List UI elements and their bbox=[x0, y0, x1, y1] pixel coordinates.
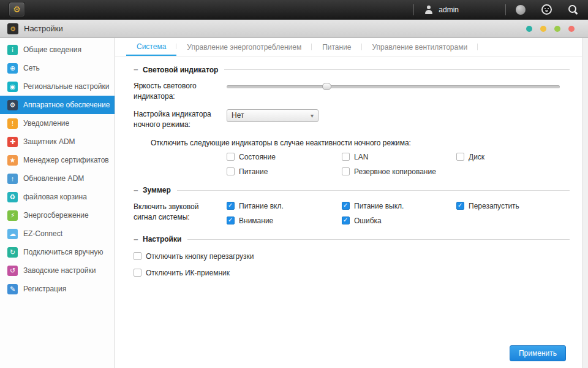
user-icon[interactable] bbox=[424, 5, 434, 15]
window-dot-yellow[interactable] bbox=[540, 26, 546, 32]
factory-reset-icon: ↺ bbox=[7, 266, 18, 276]
window-dot-green[interactable] bbox=[554, 26, 560, 32]
manual-connect-icon: ↻ bbox=[7, 247, 18, 258]
tab-content: − Световой индикатор Яркость светового и… bbox=[115, 56, 582, 368]
section-header: − Зуммер bbox=[134, 186, 570, 195]
checkbox-led-disk[interactable]: ✓ Диск bbox=[456, 153, 570, 161]
section-title: Зуммер bbox=[143, 186, 171, 194]
sidebar-item-certificates[interactable]: ★ Менеджер сертификатов bbox=[0, 151, 115, 169]
window-dot-red[interactable] bbox=[568, 26, 575, 32]
sidebar-item-notification[interactable]: ! Уведомление bbox=[0, 114, 115, 132]
sidebar-item-general[interactable]: i Общие сведения bbox=[0, 40, 115, 59]
checkbox-label: Состояние bbox=[239, 153, 276, 161]
sidebar-item-adm-defender[interactable]: ✚ Защитник ADM bbox=[0, 132, 115, 151]
section-header: − Настройки bbox=[134, 235, 570, 244]
sidebar-item-registration[interactable]: ✎ Регистрация bbox=[0, 280, 115, 298]
globe-icon: ⊕ bbox=[7, 63, 18, 74]
brightness-label: Яркость светового индикатора: bbox=[134, 81, 227, 102]
check-icon: ✓ bbox=[228, 217, 233, 223]
checkbox-buzzer-power-off[interactable]: ✓ Питание выкл. bbox=[342, 202, 456, 210]
settings-window: ⚙ Настройки i Общие сведения ⊕ Сеть ◉ Ре… bbox=[0, 20, 588, 368]
checkbox-label: LAN bbox=[354, 153, 368, 161]
sidebar-item-factory-reset[interactable]: ↺ Заводские настройки bbox=[0, 261, 115, 280]
brightness-row: Яркость светового индикатора: bbox=[134, 81, 570, 102]
sidebar-item-label: Региональные настройки bbox=[23, 82, 110, 91]
checkbox-led-power[interactable]: ✓ Питание bbox=[227, 167, 342, 176]
topbar-separator bbox=[413, 4, 414, 15]
window-dot-teal[interactable] bbox=[526, 26, 532, 32]
sidebar-item-energy[interactable]: ⚡ Энергосбережение bbox=[0, 206, 115, 224]
sidebar-item-regional[interactable]: ◉ Региональные настройки bbox=[0, 77, 115, 96]
sidebar-item-ez-connect[interactable]: ☁ EZ-Connect bbox=[0, 224, 115, 243]
night-mode-select[interactable]: Нет ▾ bbox=[227, 109, 318, 122]
checkbox-led-status[interactable]: ✓ Состояние bbox=[227, 153, 342, 161]
checkbox-label: Отключить ИК-приемник bbox=[146, 269, 230, 277]
checkbox-box: ✓ bbox=[456, 202, 464, 210]
checkbox-box: ✓ bbox=[227, 217, 235, 224]
checkbox-buzzer-power-on[interactable]: ✓ Питание вкл. bbox=[227, 202, 342, 210]
topbar-separator bbox=[505, 4, 506, 15]
tab-power[interactable]: Питание bbox=[312, 38, 361, 56]
checkbox-label: Перезапустить bbox=[469, 202, 519, 210]
brightness-slider[interactable] bbox=[227, 82, 560, 91]
slider-handle[interactable] bbox=[322, 83, 331, 90]
scrollbar[interactable] bbox=[582, 38, 588, 368]
buzzer-label: Включить звуковой сигнал системы: bbox=[134, 202, 227, 225]
sidebar-item-label: Подключиться вручную bbox=[23, 248, 104, 256]
tab-power-management[interactable]: Управление энергопотреблением bbox=[176, 38, 312, 56]
section-settings: − Настройки ✓ Отключить кнопку перезагру… bbox=[134, 235, 570, 277]
checkbox-label: Питание вкл. bbox=[239, 202, 284, 210]
check-icon: ✓ bbox=[458, 202, 462, 209]
checkbox-led-backup[interactable]: ✓ Резервное копирование bbox=[342, 167, 456, 176]
checkbox-led-lan[interactable]: ✓ LAN bbox=[342, 153, 456, 161]
search-icon[interactable] bbox=[568, 4, 578, 15]
checkbox-label: Внимание bbox=[239, 217, 273, 225]
screen: ⚙ admin ⚙ Настройки i Общ bbox=[0, 0, 588, 368]
section-header: − Световой индикатор bbox=[134, 65, 570, 74]
slider-track bbox=[227, 85, 560, 88]
checkbox-disable-reset-button[interactable]: ✓ Отключить кнопку перезагрузки bbox=[134, 252, 570, 261]
sidebar-item-label: Заводские настройки bbox=[23, 266, 96, 275]
checkbox-buzzer-attention[interactable]: ✓ Внимание bbox=[227, 217, 342, 225]
tab-fan-control[interactable]: Управление вентиляторами bbox=[362, 38, 478, 56]
checkbox-box: ✓ bbox=[227, 153, 235, 161]
buzzer-checkboxes: ✓ Питание вкл. ✓ Питание выкл. ✓ Перезап… bbox=[227, 202, 570, 225]
checkbox-label: Питание bbox=[239, 167, 268, 176]
feedback-icon[interactable] bbox=[541, 4, 552, 15]
sidebar-item-recycle-bin[interactable]: ♻ файловая корзина bbox=[0, 188, 115, 206]
section-buzzer: − Зуммер Включить звуковой сигнал систем… bbox=[134, 186, 570, 225]
tab-bar: Система Управление энергопотреблением Пи… bbox=[115, 38, 588, 56]
checkbox-buzzer-restart[interactable]: ✓ Перезапустить bbox=[456, 202, 570, 210]
tab-system[interactable]: Система bbox=[126, 38, 176, 56]
system-topbar: ⚙ admin bbox=[0, 0, 588, 20]
collapse-icon[interactable]: − bbox=[134, 65, 143, 74]
checkbox-box: ✓ bbox=[134, 269, 141, 277]
shield-icon: ✚ bbox=[7, 137, 18, 147]
collapse-icon[interactable]: − bbox=[134, 235, 143, 244]
notification-icon[interactable] bbox=[516, 5, 526, 15]
update-icon: ↑ bbox=[7, 174, 18, 184]
sidebar-item-adm-update[interactable]: ↑ Обновление ADM bbox=[0, 169, 115, 188]
info-icon: i bbox=[7, 45, 18, 55]
username-label[interactable]: admin bbox=[439, 6, 459, 14]
section-title: Световой индикатор bbox=[143, 66, 218, 74]
night-disable-label: Отключить следующие индикаторы в случае … bbox=[151, 139, 570, 147]
checkbox-label: Ошибка bbox=[354, 217, 382, 225]
sidebar-item-label: Аппаратное обеспечение bbox=[23, 101, 110, 109]
night-mode-label: Настройка индикатора ночного режима: bbox=[134, 109, 227, 131]
sidebar-item-network[interactable]: ⊕ Сеть bbox=[0, 59, 115, 77]
checkbox-label: Отключить кнопку перезагрузки bbox=[146, 252, 254, 261]
window-titlebar[interactable]: ⚙ Настройки bbox=[0, 20, 588, 38]
apply-button[interactable]: Применить bbox=[510, 345, 566, 361]
settings-app-taskbar-icon[interactable]: ⚙ bbox=[9, 2, 25, 17]
sidebar-item-manual-connect[interactable]: ↻ Подключиться вручную bbox=[0, 243, 115, 261]
checkbox-disable-ir-receiver[interactable]: ✓ Отключить ИК-приемник bbox=[134, 269, 570, 277]
collapse-icon[interactable]: − bbox=[134, 186, 143, 195]
hardware-icon: ⚙ bbox=[7, 100, 18, 110]
energy-icon: ⚡ bbox=[7, 210, 18, 221]
registration-icon: ✎ bbox=[7, 284, 18, 294]
chevron-down-icon: ▾ bbox=[311, 112, 314, 119]
sidebar-item-label: Защитник ADM bbox=[23, 137, 75, 146]
sidebar-item-hardware[interactable]: ⚙ Аппаратное обеспечение bbox=[0, 96, 115, 114]
checkbox-buzzer-error[interactable]: ✓ Ошибка bbox=[342, 217, 456, 225]
